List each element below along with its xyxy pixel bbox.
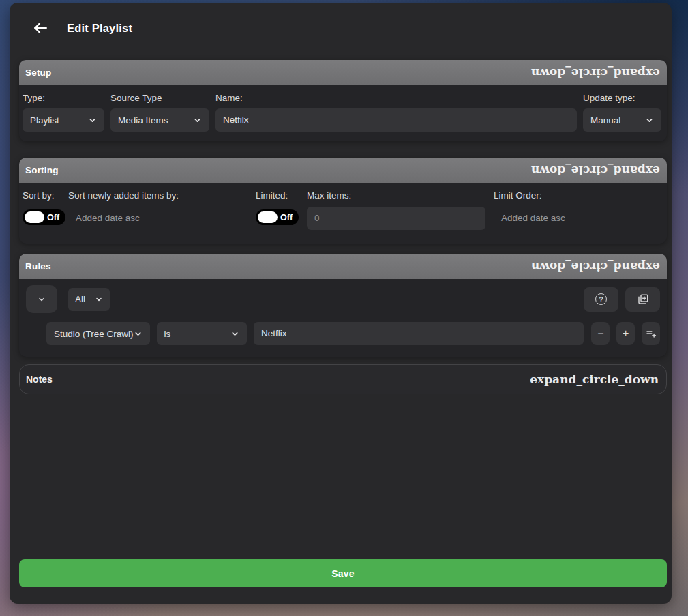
setup-section: Setup expand_circle_down Type: Playlist … (19, 60, 667, 141)
sorting-section-header[interactable]: Sorting expand_circle_down (19, 158, 667, 183)
rule-operator-select[interactable]: is (157, 322, 248, 345)
rules-group-row: All ? (26, 285, 660, 313)
limit-order-label: Limit Order: (494, 190, 661, 201)
toggle-thumb (258, 211, 278, 223)
chevron-down-icon (230, 329, 239, 338)
type-select-value: Playlist (30, 115, 59, 126)
playlist-add-icon (645, 327, 657, 340)
library-add-icon (637, 293, 649, 306)
help-button[interactable]: ? (584, 287, 618, 312)
expand-circle-down-icon[interactable]: expand_circle_down (531, 261, 660, 272)
toggle-state-label: Off (280, 213, 293, 222)
rules-section-header[interactable]: Rules expand_circle_down (19, 254, 667, 279)
collapse-group-button[interactable] (26, 285, 57, 313)
source-type-select[interactable]: Media Items (110, 108, 209, 132)
rule-field-select[interactable]: Studio (Tree Crawl) (46, 322, 150, 345)
name-label: Name: (215, 93, 577, 103)
chevron-down-icon (193, 116, 202, 125)
sort-by-toggle[interactable]: Off (23, 209, 65, 225)
source-type-select-value: Media Items (118, 115, 168, 126)
update-type-select[interactable]: Manual (583, 108, 661, 132)
notes-section-header[interactable]: Notes expand_circle_down (19, 364, 667, 394)
max-items-label: Max items: (307, 190, 485, 201)
sort-by-label: Sort by: (23, 190, 68, 201)
remove-rule-button[interactable]: − (591, 322, 610, 345)
chevron-down-icon (134, 329, 143, 338)
rule-row: Studio (Tree Crawl) is − + (46, 322, 660, 345)
source-type-label: Source Type (110, 93, 209, 103)
match-mode-select[interactable]: All (68, 288, 110, 311)
help-icon: ? (595, 293, 607, 305)
setup-body: Type: Playlist Source Type Media Items (19, 85, 667, 141)
limited-label: Limited: (256, 190, 307, 201)
arrow-back-icon (31, 19, 49, 37)
rules-section: Rules expand_circle_down All ? (19, 254, 667, 357)
limited-toggle[interactable]: Off (256, 209, 299, 225)
notes-section-title: Notes (26, 374, 53, 385)
minus-icon: − (597, 327, 603, 340)
save-button-label: Save (331, 568, 355, 579)
sorting-section-title: Sorting (25, 165, 59, 175)
edit-playlist-panel: Edit Playlist Setup expand_circle_down T… (10, 3, 672, 604)
chevron-down-icon (645, 116, 654, 125)
toggle-thumb (25, 211, 44, 223)
type-select[interactable]: Playlist (23, 108, 104, 132)
toggle-state-label: Off (47, 213, 59, 222)
chevron-down-icon (95, 295, 103, 304)
rule-value-input[interactable] (254, 322, 584, 345)
save-button[interactable]: Save (19, 559, 667, 587)
page-title: Edit Playlist (67, 22, 132, 35)
update-type-label: Update type: (583, 93, 661, 103)
plus-icon: + (623, 327, 629, 340)
sorting-body: Sort by: Off Sort newly added items by: … (19, 183, 667, 244)
setup-section-header[interactable]: Setup expand_circle_down (19, 60, 667, 85)
setup-section-title: Setup (25, 68, 52, 78)
expand-circle-down-icon[interactable]: expand_circle_down (531, 67, 660, 78)
rule-field-value: Studio (Tree Crawl) (54, 329, 134, 339)
expand-circle-down-icon[interactable]: expand_circle_down (530, 374, 659, 385)
add-rule-button[interactable]: + (616, 322, 635, 345)
chevron-down-icon (38, 295, 46, 304)
rules-section-title: Rules (25, 261, 51, 272)
sort-newly-value: Added date asc (68, 210, 256, 226)
match-mode-value: All (75, 294, 85, 304)
rules-body: All ? (19, 279, 667, 357)
back-button[interactable] (30, 18, 50, 38)
chevron-down-icon (88, 116, 97, 125)
name-input[interactable] (215, 108, 577, 132)
sorting-section: Sorting expand_circle_down Sort by: Off … (19, 158, 667, 244)
duplicate-group-button[interactable] (625, 287, 660, 312)
sort-newly-label: Sort newly added items by: (68, 190, 256, 201)
update-type-select-value: Manual (590, 115, 620, 126)
rule-operator-value: is (164, 329, 171, 339)
add-rule-group-button[interactable] (642, 322, 660, 345)
expand-circle-down-icon[interactable]: expand_circle_down (531, 164, 660, 176)
max-items-input[interactable] (307, 207, 485, 230)
topbar: Edit Playlist (10, 3, 672, 38)
type-label: Type: (23, 93, 104, 103)
limit-order-value: Added date asc (494, 210, 661, 226)
